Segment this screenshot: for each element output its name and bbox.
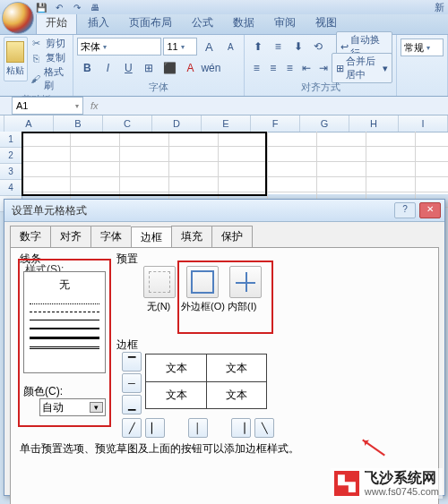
align-right-button[interactable]: ≡ bbox=[282, 58, 298, 78]
color-select[interactable]: 自动 bbox=[39, 398, 106, 416]
name-box[interactable]: A1 bbox=[12, 97, 83, 115]
watermark-url: www.fs0745.com bbox=[365, 486, 439, 497]
copy-icon: ⎘ bbox=[30, 52, 43, 64]
font-group-label: 字体 bbox=[77, 80, 240, 94]
copy-button[interactable]: ⎘复制 bbox=[30, 51, 70, 64]
row-header[interactable]: 3 bbox=[0, 164, 22, 180]
col-header[interactable]: G bbox=[300, 115, 349, 132]
preset-none-label: 无(N) bbox=[147, 300, 170, 313]
tab-insert[interactable]: 插入 bbox=[79, 13, 118, 34]
row-header[interactable]: 2 bbox=[0, 148, 22, 164]
align-top-button[interactable]: ⬆ bbox=[248, 37, 267, 56]
col-header[interactable]: A bbox=[4, 115, 54, 132]
row-header[interactable]: 1 bbox=[0, 132, 22, 148]
tab-font[interactable]: 字体 bbox=[90, 226, 131, 247]
line-style-list[interactable]: 无 bbox=[23, 271, 106, 373]
col-header[interactable]: F bbox=[251, 115, 300, 132]
col-header[interactable]: D bbox=[152, 115, 202, 132]
underline-button[interactable]: U bbox=[118, 58, 138, 78]
col-header[interactable]: I bbox=[399, 115, 448, 132]
align-bottom-button[interactable]: ⬇ bbox=[289, 37, 307, 56]
phonetic-button[interactable]: wén bbox=[201, 58, 220, 78]
style-none[interactable]: 无 bbox=[26, 274, 103, 296]
border-preview[interactable]: 文本 文本 文本 文本 bbox=[145, 354, 267, 409]
font-name-select[interactable]: 宋体 bbox=[77, 38, 161, 56]
col-header[interactable]: H bbox=[349, 115, 399, 132]
tab-home[interactable]: 开始 bbox=[36, 12, 77, 34]
tab-data[interactable]: 数据 bbox=[224, 13, 263, 34]
preset-outline-button[interactable] bbox=[186, 266, 219, 298]
tab-alignment[interactable]: 对齐 bbox=[50, 226, 90, 247]
office-button[interactable] bbox=[2, 2, 34, 34]
tab-border[interactable]: 边框 bbox=[131, 226, 171, 248]
fx-icon[interactable]: fx bbox=[85, 100, 104, 111]
border-right-button[interactable]: ▕ bbox=[231, 418, 251, 438]
preset-none-button[interactable] bbox=[143, 266, 176, 298]
orientation-button[interactable]: ⟲ bbox=[308, 37, 327, 56]
border-top-button[interactable]: ▔ bbox=[122, 352, 142, 372]
border-left-button[interactable]: ▏ bbox=[145, 418, 165, 438]
font-size-select[interactable]: 11 bbox=[163, 38, 197, 56]
watermark: 飞沙系统网 www.fs0745.com bbox=[331, 468, 443, 499]
hint-text: 单击预置选项、预览草图及上面的按钮可以添加边框样式。 bbox=[20, 441, 299, 457]
scissors-icon: ✂ bbox=[30, 38, 43, 50]
col-header[interactable]: C bbox=[103, 115, 152, 132]
help-button[interactable]: ? bbox=[394, 202, 416, 218]
brush-icon: 🖌 bbox=[30, 73, 41, 85]
paste-icon bbox=[6, 41, 24, 63]
col-header[interactable]: B bbox=[54, 115, 103, 132]
shrink-font-button[interactable]: A bbox=[220, 37, 240, 56]
preset-inside-label: 内部(I) bbox=[228, 300, 256, 313]
border-vmid-button[interactable]: │ bbox=[188, 418, 208, 438]
tab-protect[interactable]: 保护 bbox=[211, 226, 253, 247]
paste-button[interactable]: 粘贴 bbox=[4, 37, 28, 81]
row-header[interactable]: 4 bbox=[0, 180, 22, 196]
align-group-label: 对齐方式 bbox=[248, 80, 392, 94]
fill-color-button[interactable]: ⬛ bbox=[159, 58, 179, 78]
preset-outline-label: 外边框(O) bbox=[181, 300, 225, 313]
number-format-select[interactable]: 常规 bbox=[401, 38, 444, 56]
border-hmid-button[interactable]: ─ bbox=[122, 373, 142, 393]
paste-label: 粘贴 bbox=[6, 64, 24, 77]
qat-save-icon[interactable]: 💾 bbox=[34, 1, 48, 13]
preset-inside-button[interactable] bbox=[229, 266, 262, 298]
preset-section-label: 预置 bbox=[116, 252, 138, 267]
font-color-button[interactable]: A bbox=[180, 58, 200, 78]
merge-icon: ⊞ bbox=[336, 63, 344, 74]
border-bottom-button[interactable]: ▁ bbox=[122, 395, 142, 414]
col-header[interactable]: E bbox=[202, 115, 251, 132]
wrap-icon: ↩ bbox=[340, 41, 349, 53]
merge-center-button[interactable]: ⊞合并后居中▾ bbox=[332, 53, 392, 83]
grow-font-button[interactable]: A bbox=[199, 37, 219, 56]
border-diag1-button[interactable]: ╱ bbox=[122, 418, 142, 438]
indent-inc-button[interactable]: ⇥ bbox=[315, 58, 332, 78]
dialog-title: 设置单元格格式 bbox=[12, 203, 87, 218]
watermark-logo-icon bbox=[334, 471, 359, 496]
indent-dec-button[interactable]: ⇤ bbox=[298, 58, 314, 78]
border-diag2-button[interactable]: ╲ bbox=[254, 418, 274, 438]
bold-button[interactable]: B bbox=[77, 58, 97, 78]
tab-fill[interactable]: 填充 bbox=[171, 226, 211, 247]
tab-layout[interactable]: 页面布局 bbox=[120, 13, 181, 34]
tab-number[interactable]: 数字 bbox=[10, 226, 50, 247]
spreadsheet-grid[interactable]: A B C D E F G H I 1 2 3 4 5 bbox=[0, 115, 448, 194]
align-left-button[interactable]: ≡ bbox=[248, 58, 264, 78]
tab-review[interactable]: 审阅 bbox=[265, 13, 305, 34]
qat-undo-icon[interactable]: ↶ bbox=[52, 1, 66, 13]
italic-button[interactable]: I bbox=[98, 58, 117, 78]
align-center-button[interactable]: ≡ bbox=[265, 58, 281, 78]
cut-button[interactable]: ✂剪切 bbox=[30, 37, 70, 50]
qat-redo-icon[interactable]: ↷ bbox=[70, 1, 84, 13]
tab-formula[interactable]: 公式 bbox=[183, 13, 222, 34]
border-button[interactable]: ⊞ bbox=[139, 58, 159, 78]
window-title: 新 bbox=[435, 1, 444, 14]
align-middle-button[interactable]: ≡ bbox=[269, 37, 288, 56]
border-section-label: 边框 bbox=[116, 337, 138, 353]
qat-print-icon[interactable]: 🖶 bbox=[88, 1, 102, 13]
format-painter-button[interactable]: 🖌格式刷 bbox=[30, 65, 70, 92]
close-button[interactable]: ✕ bbox=[419, 202, 441, 218]
watermark-name: 飞沙系统网 bbox=[365, 470, 439, 486]
